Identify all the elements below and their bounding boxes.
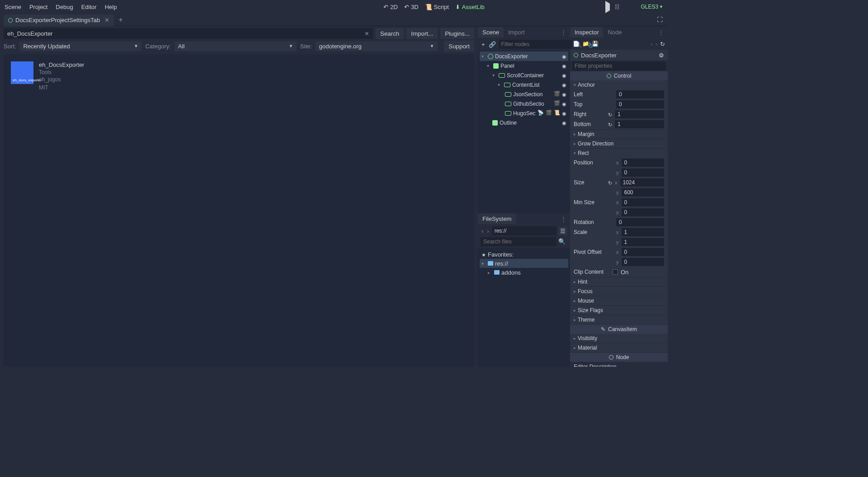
fs-search-icon[interactable]: 🔍 <box>557 237 567 246</box>
search-button[interactable]: Search <box>376 28 404 39</box>
tree-toggle-icon[interactable]: ▾ <box>481 54 486 59</box>
pause-button[interactable] <box>615 4 619 9</box>
filesystem-menu[interactable]: ⋮ <box>557 215 570 222</box>
grow-group[interactable]: ▸Grow Direction <box>570 139 668 148</box>
scene-dock-menu[interactable]: ⋮ <box>557 29 570 36</box>
sort-dropdown[interactable]: Recently Updated▼ <box>19 42 142 51</box>
object-menu-button[interactable]: ⚙ <box>659 52 664 59</box>
visibility-icon[interactable] <box>562 119 566 126</box>
reset-icon[interactable] <box>608 111 612 118</box>
import-dock-tab[interactable]: Import <box>504 27 529 37</box>
filter-properties-input[interactable] <box>572 61 666 70</box>
menu-project[interactable]: Project <box>29 4 47 10</box>
tree-toggle-icon[interactable]: ▸ <box>488 270 492 275</box>
scale-y-input[interactable]: 1 <box>622 238 665 246</box>
pivot-x-input[interactable]: 0 <box>622 248 665 256</box>
new-tab-button[interactable]: + <box>118 16 123 24</box>
tree-toggle-icon[interactable]: ▾ <box>487 63 491 68</box>
new-resource-button[interactable]: 📄 <box>573 41 580 47</box>
inspector-tab[interactable]: Inspector <box>570 27 603 37</box>
fs-res-root[interactable]: ▾ res:// <box>480 259 568 268</box>
menu-scene[interactable]: Scene <box>5 4 21 10</box>
fs-view-mode-button[interactable]: ☰ <box>558 227 567 235</box>
theme-group[interactable]: ▸Theme <box>570 315 668 324</box>
menu-debug[interactable]: Debug <box>56 4 73 10</box>
node-tab[interactable]: Node <box>603 27 626 37</box>
hint-group[interactable]: ▸Hint <box>570 277 668 286</box>
tree-toggle-icon[interactable]: ▾ <box>481 261 486 266</box>
focus-group[interactable]: ▸Focus <box>570 287 668 296</box>
clear-search-icon[interactable]: ✕ <box>364 30 369 37</box>
tree-node-content[interactable]: ▾ ContentList <box>480 80 568 89</box>
rect-group[interactable]: ▾Rect <box>570 149 668 158</box>
script-icon[interactable]: 📜 <box>554 110 560 117</box>
visibility-group[interactable]: ▸Visibility <box>570 334 668 343</box>
fs-forward-button[interactable]: › <box>486 228 490 234</box>
tree-node-docsexporter[interactable]: ▾ DocsExporter <box>480 51 568 61</box>
anchor-bottom-input[interactable]: 1 <box>615 120 664 128</box>
anchor-left-input[interactable]: 0 <box>616 90 664 98</box>
assetlib-search-input[interactable]: eh_DocsExporter ✕ <box>4 28 373 39</box>
menu-help[interactable]: Help <box>105 4 117 10</box>
add-node-button[interactable]: + <box>481 40 486 49</box>
play-button[interactable] <box>605 4 610 10</box>
inspector-dock-menu[interactable]: ⋮ <box>655 29 668 36</box>
signal-icon[interactable]: 📡 <box>538 110 544 117</box>
filter-nodes-input[interactable] <box>499 40 572 49</box>
visibility-icon[interactable] <box>562 110 566 117</box>
instance-scene-button[interactable]: 🔗 <box>488 40 497 49</box>
asset-card[interactable]: eh_docs_exporter eh_DocsExporter Tools e… <box>11 61 467 91</box>
anchor-right-input[interactable]: 1 <box>615 110 664 118</box>
scene-instance-icon[interactable]: 🎬 <box>554 91 560 98</box>
margin-group[interactable]: ▸Margin <box>570 130 668 139</box>
menu-editor[interactable]: Editor <box>81 4 97 10</box>
visibility-icon[interactable] <box>562 91 566 98</box>
tree-toggle-icon[interactable]: ▾ <box>492 73 497 78</box>
import-button[interactable]: Import... <box>406 28 438 39</box>
save-resource-button[interactable]: 💾 <box>592 41 599 47</box>
fs-back-button[interactable]: ‹ <box>481 228 484 234</box>
site-dropdown[interactable]: godotengine.org▼ <box>316 42 438 51</box>
fs-search-input[interactable] <box>481 237 557 246</box>
load-resource-button[interactable]: 📁 <box>582 41 589 47</box>
scene-tab-close[interactable]: ✕ <box>104 17 109 23</box>
fs-path-input[interactable]: res:// <box>492 226 557 235</box>
tree-toggle-icon[interactable]: ▾ <box>498 82 502 87</box>
renderer-dropdown[interactable]: GLES3 ▼ <box>641 4 663 10</box>
rotation-input[interactable]: 0 <box>616 218 664 226</box>
scale-x-input[interactable]: 1 <box>622 228 665 236</box>
history-back-button[interactable]: ‹ <box>651 41 652 47</box>
reset-icon[interactable] <box>608 121 612 128</box>
material-group[interactable]: ▸Material <box>570 343 668 352</box>
tree-node-github[interactable]: GithubSectio 🎬 <box>480 99 568 108</box>
clip-checkbox[interactable] <box>613 269 618 275</box>
anchor-group[interactable]: ▾Anchor <box>570 80 668 89</box>
reset-icon[interactable] <box>608 179 612 186</box>
workspace-3d[interactable]: ↶ 3D <box>404 4 419 10</box>
anchor-top-input[interactable]: 0 <box>616 100 664 108</box>
tree-node-panel[interactable]: ▾ Panel <box>480 61 568 70</box>
visibility-icon[interactable] <box>562 81 566 88</box>
tree-node-json[interactable]: JsonSection 🎬 <box>480 89 568 99</box>
position-x-input[interactable]: 0 <box>622 159 665 167</box>
history-forward-button[interactable]: › <box>656 41 657 47</box>
scene-tab[interactable]: DocsExporterProjectSettingsTab ✕ <box>4 14 114 26</box>
filesystem-tab[interactable]: FileSystem <box>478 214 516 224</box>
visibility-icon[interactable] <box>562 100 566 107</box>
scene-instance-icon[interactable]: 🎬 <box>554 100 560 107</box>
workspace-script[interactable]: 📜 Script <box>425 4 449 10</box>
mouse-group[interactable]: ▸Mouse <box>570 296 668 305</box>
size-x-input[interactable]: 1024 <box>620 178 665 187</box>
fs-addons-folder[interactable]: ▸ addons <box>480 268 568 277</box>
plugins-button[interactable]: Plugins... <box>440 28 474 39</box>
scene-dock-tab[interactable]: Scene <box>478 27 504 37</box>
workspace-assetlib[interactable]: ⬇ AssetLib <box>455 4 485 10</box>
visibility-icon[interactable] <box>562 53 566 60</box>
tree-node-outline[interactable]: Outline <box>480 118 568 127</box>
pivot-y-input[interactable]: 0 <box>622 258 665 266</box>
fs-favorites[interactable]: Favorites: <box>480 250 568 259</box>
minsize-x-input[interactable]: 0 <box>622 198 665 206</box>
support-button[interactable]: Support <box>444 41 474 51</box>
category-dropdown[interactable]: All▼ <box>175 42 297 51</box>
visibility-icon[interactable] <box>562 62 566 69</box>
